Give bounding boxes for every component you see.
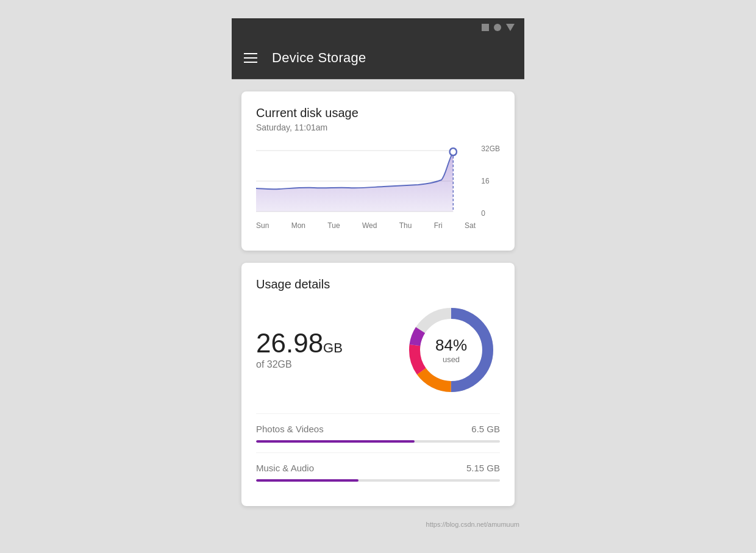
photos-progress-fill xyxy=(256,440,415,443)
x-label-sat: Sat xyxy=(465,221,476,230)
storage-item-music-size: 5.15 GB xyxy=(466,463,500,473)
app-title: Device Storage xyxy=(272,50,366,66)
status-circle-icon xyxy=(494,24,501,31)
x-label-tue: Tue xyxy=(327,221,340,230)
music-progress-fill xyxy=(256,479,358,482)
donut-center: 84% used xyxy=(435,336,467,364)
storage-item-music-header: Music & Audio 5.15 GB xyxy=(256,463,500,473)
storage-item-photos-size: 6.5 GB xyxy=(471,424,500,434)
y-label-0: 0 xyxy=(481,209,500,218)
disk-usage-title: Current disk usage xyxy=(256,106,500,120)
status-bar xyxy=(232,18,524,37)
storage-item-photos-header: Photos & Videos 6.5 GB xyxy=(256,424,500,434)
chart-svg xyxy=(256,144,476,218)
usage-number: 26.98GB xyxy=(256,330,343,357)
disk-usage-card: Current disk usage Saturday, 11:01am xyxy=(241,91,515,251)
usage-amount: 26.98GB of 32GB xyxy=(256,330,343,370)
x-label-sun: Sun xyxy=(256,221,269,230)
chart-fill xyxy=(256,152,453,212)
watermark: https://blog.csdn.net/amumuum xyxy=(232,518,524,530)
disk-usage-chart: 32GB 16 0 Sun Mon Tue Wed Thu Fri Sat xyxy=(256,144,500,236)
x-label-fri: Fri xyxy=(434,221,443,230)
donut-used-label: used xyxy=(435,355,467,364)
music-progress-bar xyxy=(256,479,500,482)
usage-of-total: of 32GB xyxy=(256,359,343,370)
storage-item-music-name: Music & Audio xyxy=(256,463,314,473)
storage-item-photos-name: Photos & Videos xyxy=(256,424,324,434)
storage-item-music: Music & Audio 5.15 GB xyxy=(256,452,500,491)
storage-item-photos: Photos & Videos 6.5 GB xyxy=(256,413,500,452)
menu-button[interactable] xyxy=(244,53,257,63)
x-label-mon: Mon xyxy=(291,221,305,230)
donut-chart: 84% used xyxy=(402,301,500,399)
usage-unit: GB xyxy=(323,340,343,355)
disk-usage-subtitle: Saturday, 11:01am xyxy=(256,123,500,132)
chart-line xyxy=(256,152,453,189)
app-bar: Device Storage xyxy=(232,37,524,79)
donut-percent: 84% xyxy=(435,336,467,355)
usage-details-card: Usage details 26.98GB of 32GB xyxy=(241,263,515,506)
y-label-32: 32GB xyxy=(481,144,500,153)
status-square-icon xyxy=(482,24,489,31)
chart-point xyxy=(450,148,457,155)
y-label-16: 16 xyxy=(481,177,500,185)
chart-x-labels: Sun Mon Tue Wed Thu Fri Sat xyxy=(256,218,500,230)
usage-details-title: Usage details xyxy=(256,277,500,291)
usage-main: 26.98GB of 32GB xyxy=(256,301,500,399)
status-triangle-icon xyxy=(506,24,515,31)
x-label-wed: Wed xyxy=(362,221,377,230)
phone-container: Device Storage Current disk usage Saturd… xyxy=(232,18,524,530)
x-label-thu: Thu xyxy=(399,221,412,230)
usage-number-value: 26.98 xyxy=(256,328,323,358)
photos-progress-bar xyxy=(256,440,500,443)
